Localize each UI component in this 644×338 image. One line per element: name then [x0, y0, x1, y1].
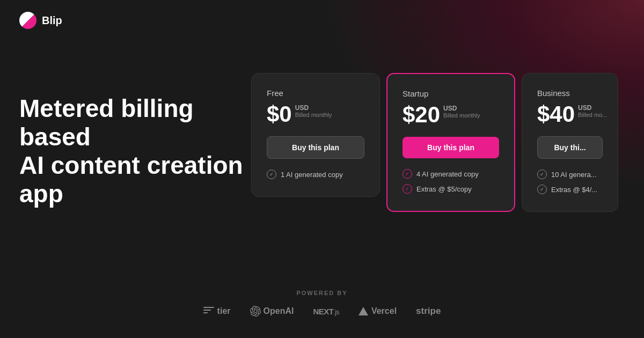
tier-logo: tier	[203, 306, 231, 316]
free-feature-1-text: 1 AI generated copy	[281, 171, 343, 179]
business-plan-price-row: $40 USD Billed mo...	[537, 103, 603, 126]
business-feature-2-text: Extras @ $4/...	[551, 186, 597, 194]
hero-title-line2: AI content creation app	[19, 151, 243, 208]
vercel-label: Vercel	[371, 306, 397, 316]
free-features-list: ✓ 1 AI generated copy	[267, 170, 364, 179]
openai-label: OpenAI	[264, 306, 294, 316]
business-feature-1-text: 10 AI genera...	[551, 171, 597, 179]
startup-plan-meta: USD Billed monthly	[443, 104, 480, 119]
business-plan-price: $40	[537, 103, 575, 126]
logo-text: Blip	[42, 14, 62, 27]
tier-icon	[203, 307, 214, 315]
pricing-card-free: Free $0 USD Billed monthly Buy this plan…	[251, 73, 380, 197]
startup-plan-name: Startup	[402, 89, 499, 98]
free-plan-price-row: $0 USD Billed monthly	[267, 103, 364, 126]
business-plan-name: Business	[537, 89, 603, 98]
tier-label: tier	[217, 306, 231, 316]
startup-plan-price: $20	[402, 104, 440, 126]
free-plan-price: $0	[267, 103, 292, 126]
nextjs-label: NEXT.js	[313, 307, 339, 316]
business-buy-button[interactable]: Buy thi...	[537, 136, 603, 159]
startup-plan-currency: USD	[443, 105, 480, 112]
vercel-triangle-icon	[358, 307, 368, 315]
check-icon-b2: ✓	[537, 185, 547, 194]
free-buy-button[interactable]: Buy this plan	[267, 136, 364, 159]
header: Blip	[0, 0, 644, 41]
free-feature-1: ✓ 1 AI generated copy	[267, 170, 364, 179]
powered-by-label: POWERED BY	[296, 290, 347, 296]
footer: POWERED BY tier OpenAI NEXT.js Vercel s	[0, 290, 644, 317]
business-features-list: ✓ 10 AI genera... ✓ Extras @ $4/...	[537, 170, 603, 194]
business-plan-currency: USD	[578, 104, 607, 112]
hero-title-line1: Metered billing based	[19, 94, 194, 151]
business-plan-meta: USD Billed mo...	[578, 103, 607, 118]
startup-plan-billing: Billed monthly	[443, 112, 480, 119]
startup-features-list: ✓ 4 AI generated copy ✓ Extras @ $5/copy	[402, 169, 499, 194]
check-icon: ✓	[267, 170, 276, 179]
logo-icon	[19, 12, 36, 29]
startup-feature-2-text: Extras @ $5/copy	[416, 185, 472, 193]
free-plan-meta: USD Billed monthly	[295, 103, 332, 118]
free-plan-billing: Billed monthly	[295, 112, 332, 118]
startup-buy-button[interactable]: Buy this plan	[402, 137, 499, 158]
stripe-label: stripe	[416, 306, 441, 317]
business-feature-1: ✓ 10 AI genera...	[537, 170, 603, 179]
startup-feature-2: ✓ Extras @ $5/copy	[402, 184, 499, 194]
main-content: Metered billing based AI content creatio…	[0, 41, 644, 212]
startup-plan-price-row: $20 USD Billed monthly	[402, 104, 499, 126]
free-plan-name: Free	[267, 89, 364, 98]
hero-title: Metered billing based AI content creatio…	[19, 94, 251, 208]
startup-feature-1-text: 4 AI generated copy	[416, 170, 479, 178]
nextjs-logo: NEXT.js	[313, 307, 339, 316]
check-icon-pink-2: ✓	[402, 184, 412, 194]
pricing-card-business: Business $40 USD Billed mo... Buy thi...…	[522, 73, 618, 212]
free-plan-currency: USD	[295, 104, 332, 112]
pricing-card-startup: Startup $20 USD Billed monthly Buy this …	[386, 73, 515, 212]
hero-section: Metered billing based AI content creatio…	[19, 62, 251, 208]
business-feature-2: ✓ Extras @ $4/...	[537, 185, 603, 194]
stripe-logo: stripe	[416, 306, 441, 317]
powered-by-logos: tier OpenAI NEXT.js Vercel stripe	[203, 306, 441, 317]
openai-icon	[250, 306, 261, 317]
vercel-logo: Vercel	[358, 306, 397, 316]
startup-feature-1: ✓ 4 AI generated copy	[402, 169, 499, 179]
openai-logo: OpenAI	[250, 306, 294, 317]
business-plan-billing: Billed mo...	[578, 112, 607, 118]
pricing-area: Free $0 USD Billed monthly Buy this plan…	[251, 73, 625, 212]
check-icon-b1: ✓	[537, 170, 547, 179]
check-icon-pink-1: ✓	[402, 169, 412, 179]
